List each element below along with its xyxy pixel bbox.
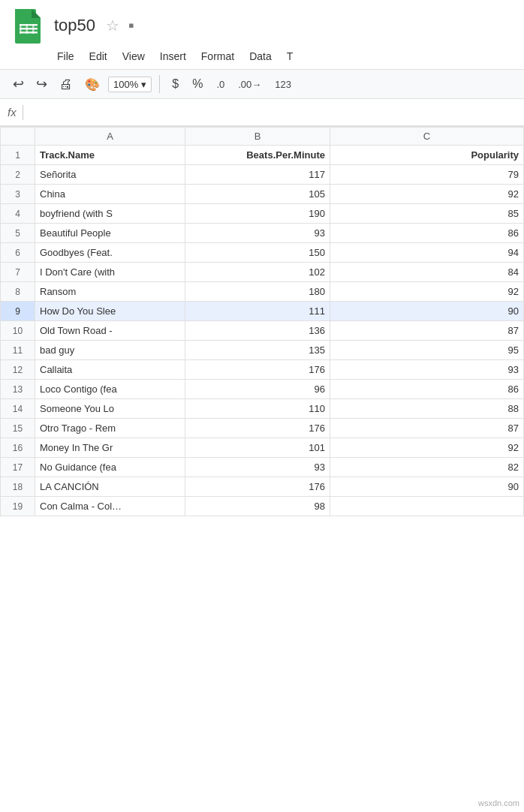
cell-c[interactable]: 92 xyxy=(330,282,524,302)
cell-a[interactable]: Beautiful People xyxy=(35,224,185,243)
cell-c[interactable]: 93 xyxy=(330,360,524,380)
menu-edit[interactable]: Edit xyxy=(83,48,113,65)
cell-a[interactable]: Goodbyes (Feat. xyxy=(35,243,185,263)
cell-c[interactable]: 94 xyxy=(330,243,524,263)
row-number[interactable]: 9 xyxy=(1,302,35,321)
cell-c[interactable]: 88 xyxy=(330,399,524,419)
cell-b[interactable]: 98 xyxy=(185,497,330,516)
menu-file[interactable]: File xyxy=(51,48,80,65)
cell-c[interactable]: 87 xyxy=(330,419,524,438)
redo-button[interactable]: ↪ xyxy=(32,74,51,94)
row-number[interactable]: 2 xyxy=(1,165,35,185)
cell-b[interactable]: 180 xyxy=(185,282,330,302)
row-number[interactable]: 7 xyxy=(1,263,35,282)
menu-format[interactable]: Format xyxy=(195,48,240,65)
cell-a[interactable]: Con Calma - Col… xyxy=(35,497,185,516)
cell-b[interactable]: 102 xyxy=(185,263,330,282)
menu-data[interactable]: Data xyxy=(243,48,278,65)
cell-a[interactable]: I Don't Care (with xyxy=(35,263,185,282)
cell-c[interactable]: 90 xyxy=(330,302,524,321)
cell-c[interactable] xyxy=(330,497,524,516)
cell-a[interactable]: Ransom xyxy=(35,282,185,302)
cell-b[interactable]: 105 xyxy=(185,185,330,204)
row-number[interactable]: 1 xyxy=(1,146,35,165)
percent-button[interactable]: % xyxy=(188,76,207,92)
cell-a[interactable]: Callaita xyxy=(35,360,185,380)
cell-c[interactable]: 92 xyxy=(330,438,524,458)
cell-a[interactable]: bad guy xyxy=(35,341,185,360)
cell-b[interactable]: 135 xyxy=(185,341,330,360)
cell-c[interactable]: 90 xyxy=(330,477,524,497)
row-number[interactable]: 13 xyxy=(1,380,35,399)
cell-a[interactable]: LA CANCIÓN xyxy=(35,477,185,497)
col-header-a[interactable]: A xyxy=(35,128,185,146)
dollar-button[interactable]: $ xyxy=(167,76,183,92)
row-number[interactable]: 11 xyxy=(1,341,35,360)
row-number[interactable]: 8 xyxy=(1,282,35,302)
row-number[interactable]: 10 xyxy=(1,321,35,341)
cell-c[interactable]: 79 xyxy=(330,165,524,185)
cell-a[interactable]: Loco Contigo (fea xyxy=(35,380,185,399)
row-number[interactable]: 16 xyxy=(1,438,35,458)
menu-more[interactable]: T xyxy=(281,48,300,65)
cell-a[interactable]: No Guidance (fea xyxy=(35,458,185,477)
cell-a[interactable]: Track.Name xyxy=(35,146,185,165)
cell-b[interactable]: 176 xyxy=(185,360,330,380)
zoom-selector[interactable]: 100% ▾ xyxy=(108,77,152,92)
cell-b[interactable]: 176 xyxy=(185,419,330,438)
star-icon[interactable]: ☆ xyxy=(106,17,119,35)
cell-c[interactable]: Popularity xyxy=(330,146,524,165)
cell-b[interactable]: 101 xyxy=(185,438,330,458)
cell-b[interactable]: 111 xyxy=(185,302,330,321)
cell-a[interactable]: Señorita xyxy=(35,165,185,185)
cell-a[interactable]: China xyxy=(35,185,185,204)
cell-c[interactable]: 87 xyxy=(330,321,524,341)
format-123-button[interactable]: 123 xyxy=(270,77,296,92)
folder-icon[interactable]: ▪ xyxy=(128,16,134,35)
row-number[interactable]: 15 xyxy=(1,419,35,438)
cell-c[interactable]: 86 xyxy=(330,224,524,243)
cell-b[interactable]: 190 xyxy=(185,204,330,224)
cell-a[interactable]: How Do You Slee xyxy=(35,302,185,321)
row-number[interactable]: 5 xyxy=(1,224,35,243)
cell-c[interactable]: 82 xyxy=(330,458,524,477)
cell-b[interactable]: 117 xyxy=(185,165,330,185)
decimal-00-button[interactable]: .00→ xyxy=(233,77,266,92)
cell-b[interactable]: 93 xyxy=(185,458,330,477)
cell-a[interactable]: Old Town Road - xyxy=(35,321,185,341)
cell-b[interactable]: Beats.Per.Minute xyxy=(185,146,330,165)
row-number[interactable]: 6 xyxy=(1,243,35,263)
col-header-b[interactable]: B xyxy=(185,128,330,146)
format-paint-button[interactable]: 🎨 xyxy=(81,76,104,93)
cell-a[interactable]: boyfriend (with S xyxy=(35,204,185,224)
cell-c[interactable]: 95 xyxy=(330,341,524,360)
table-row: 12Callaita17693 xyxy=(1,360,524,380)
cell-b[interactable]: 110 xyxy=(185,399,330,419)
row-number[interactable]: 19 xyxy=(1,497,35,516)
row-number[interactable]: 3 xyxy=(1,185,35,204)
cell-b[interactable]: 150 xyxy=(185,243,330,263)
cell-c[interactable]: 85 xyxy=(330,204,524,224)
cell-a[interactable]: Someone You Lo xyxy=(35,399,185,419)
cell-b[interactable]: 93 xyxy=(185,224,330,243)
decimal-0-button[interactable]: .0 xyxy=(212,77,229,92)
cell-b[interactable]: 176 xyxy=(185,477,330,497)
undo-button[interactable]: ↩ xyxy=(9,74,28,94)
print-button[interactable]: 🖨 xyxy=(56,75,77,94)
row-number[interactable]: 18 xyxy=(1,477,35,497)
row-number[interactable]: 12 xyxy=(1,360,35,380)
menu-view[interactable]: View xyxy=(116,48,151,65)
row-number[interactable]: 4 xyxy=(1,204,35,224)
cell-c[interactable]: 86 xyxy=(330,380,524,399)
cell-a[interactable]: Otro Trago - Rem xyxy=(35,419,185,438)
menu-insert[interactable]: Insert xyxy=(154,48,192,65)
row-number[interactable]: 17 xyxy=(1,458,35,477)
cell-b[interactable]: 96 xyxy=(185,380,330,399)
cell-c[interactable]: 84 xyxy=(330,263,524,282)
col-header-c[interactable]: C xyxy=(330,128,524,146)
cell-a[interactable]: Money In The Gr xyxy=(35,438,185,458)
formula-input[interactable] xyxy=(29,107,516,119)
cell-c[interactable]: 92 xyxy=(330,185,524,204)
row-number[interactable]: 14 xyxy=(1,399,35,419)
cell-b[interactable]: 136 xyxy=(185,321,330,341)
